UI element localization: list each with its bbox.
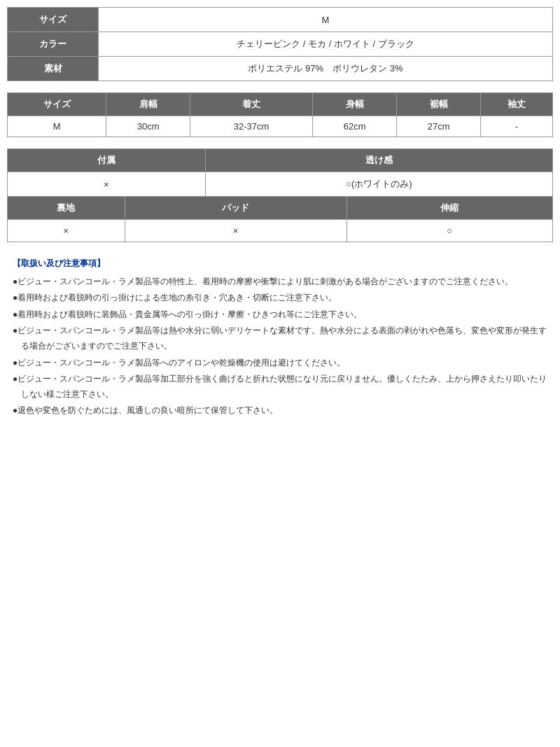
note-item: ●ビジュー・スパンコール・ラメ製品等は熱や水分に弱いデリケートな素材です。熱や水… xyxy=(13,323,547,354)
size-cell: - xyxy=(481,116,553,137)
note-item: ●着用時および着脱時の引っ掛けによる生地の糸引き・穴あき・切断にご注意下さい。 xyxy=(13,291,547,306)
attr-header-fuzoku: 付属 xyxy=(8,149,206,172)
table-row: カラーチェリーピンク / モカ / ホワイト / ブラック xyxy=(8,32,553,57)
attr-header-cell: パッド xyxy=(125,197,346,220)
size-cell: 62cm xyxy=(313,116,397,137)
note-item: ●ビジュー・スパンコール・ラメ製品等加工部分を強く曲げると折れた状態になり元に戻… xyxy=(13,372,547,402)
attr-section: 付属透け感×○(ホワイトのみ)裏地パッド伸縮××○ xyxy=(7,148,553,242)
attr-header-sukekann: 透け感 xyxy=(205,149,552,172)
info-label: 素材 xyxy=(8,57,99,81)
size-col-header: 肩幅 xyxy=(106,93,190,116)
size-cell: 30cm xyxy=(106,116,190,137)
attr-table: 付属透け感×○(ホワイトのみ)裏地パッド伸縮××○ xyxy=(7,148,553,242)
attr-header-row1: 付属透け感 xyxy=(8,149,553,172)
info-value: チェリーピンク / モカ / ホワイト / ブラック xyxy=(99,32,553,57)
attr-value-cell: × xyxy=(8,220,125,242)
notes-section: 【取扱い及び注意事項】 ●ビジュー・スパンコール・ラメ製品等の特性上、着用時の摩… xyxy=(7,253,553,423)
attr-value-row1: ×○(ホワイトのみ) xyxy=(8,172,553,197)
size-col-header: サイズ xyxy=(8,93,106,116)
notes-title: 【取扱い及び注意事項】 xyxy=(13,256,547,272)
table-row: 素材ポリエステル 97% ポリウレタン 3% xyxy=(8,57,553,81)
size-col-header: 身幅 xyxy=(313,93,397,116)
info-label: カラー xyxy=(8,32,99,57)
info-table: サイズMカラーチェリーピンク / モカ / ホワイト / ブラック素材ポリエステ… xyxy=(7,7,553,81)
size-cell: 27cm xyxy=(397,116,481,137)
size-col-header: 袖丈 xyxy=(481,93,553,116)
note-item: ●着用時および着脱時に装飾品・貴金属等への引っ掛け・摩擦・ひきつれ等にご注意下さ… xyxy=(13,307,547,323)
table-row: サイズM xyxy=(8,8,553,32)
attr-value-row2: ××○ xyxy=(8,220,553,242)
info-value: M xyxy=(99,8,553,32)
attr-header-cell: 伸縮 xyxy=(346,197,552,220)
size-col-header: 着丈 xyxy=(190,93,313,116)
attr-header-row2: 裏地パッド伸縮 xyxy=(8,197,553,220)
size-cell: 32-37cm xyxy=(190,116,313,137)
size-section: サイズ肩幅着丈身幅裾幅袖丈 M30cm32-37cm62cm27cm- xyxy=(7,92,553,137)
table-row: M30cm32-37cm62cm27cm- xyxy=(8,116,553,137)
note-item: ●退色や変色を防ぐためには、風通しの良い暗所にて保管して下さい。 xyxy=(13,403,547,419)
note-item: ●ビジュー・スパンコール・ラメ製品等へのアイロンや乾燥機の使用は避けてください。 xyxy=(13,356,547,371)
attr-header-cell: 裏地 xyxy=(8,197,125,220)
attr-value-fuzoku: × xyxy=(8,172,206,197)
size-table: サイズ肩幅着丈身幅裾幅袖丈 M30cm32-37cm62cm27cm- xyxy=(7,92,553,137)
attr-value-cell: × xyxy=(125,220,346,242)
info-label: サイズ xyxy=(8,8,99,32)
size-col-header: 裾幅 xyxy=(397,93,481,116)
info-section: サイズMカラーチェリーピンク / モカ / ホワイト / ブラック素材ポリエステ… xyxy=(7,7,553,81)
size-header-row: サイズ肩幅着丈身幅裾幅袖丈 xyxy=(8,93,553,116)
info-value: ポリエステル 97% ポリウレタン 3% xyxy=(99,57,553,81)
attr-value-sukekann: ○(ホワイトのみ) xyxy=(205,172,552,197)
note-item: ●ビジュー・スパンコール・ラメ製品等の特性上、着用時の摩擦や衝撃により肌に刺激が… xyxy=(13,274,547,290)
size-cell: M xyxy=(8,116,106,137)
attr-value-cell: ○ xyxy=(346,220,552,242)
